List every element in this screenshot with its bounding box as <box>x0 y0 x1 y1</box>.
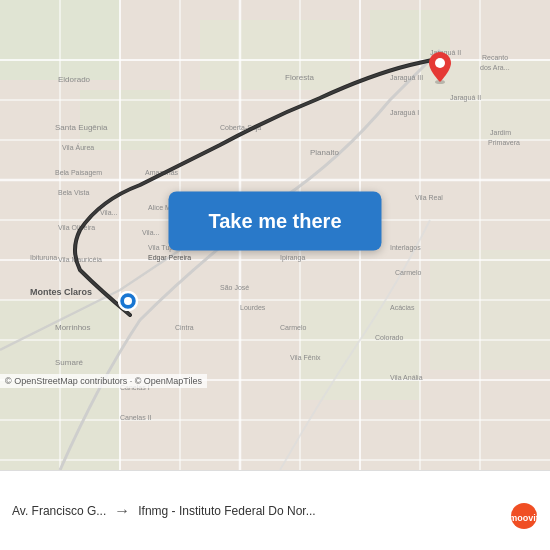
svg-text:Recanto: Recanto <box>482 54 508 61</box>
svg-text:Coberta-Suja: Coberta-Suja <box>220 124 261 132</box>
svg-text:Vila Áurea: Vila Áurea <box>62 143 94 151</box>
svg-text:Amazonas: Amazonas <box>145 169 179 176</box>
svg-text:Vila Real: Vila Real <box>415 194 443 201</box>
svg-text:Vila Mauricéia: Vila Mauricéia <box>58 256 102 263</box>
svg-rect-8 <box>430 250 550 370</box>
svg-text:Planalto: Planalto <box>310 148 339 157</box>
svg-rect-3 <box>200 20 350 90</box>
svg-text:Ipiranga: Ipiranga <box>280 254 305 262</box>
svg-text:Floresta: Floresta <box>285 73 314 82</box>
svg-text:Carmelo: Carmelo <box>280 324 307 331</box>
svg-text:Vila Fênix: Vila Fênix <box>290 354 321 361</box>
svg-text:Cintra: Cintra <box>175 324 194 331</box>
route-to-label: Ifnmg - Instituto Federal Do Nor... <box>138 504 315 518</box>
svg-text:Jaraguá III: Jaraguá III <box>390 74 423 82</box>
svg-text:dos Ara...: dos Ara... <box>480 64 510 71</box>
map-attribution: © OpenStreetMap contributors · © OpenMap… <box>0 374 207 388</box>
svg-text:Vila...: Vila... <box>142 229 159 236</box>
svg-text:Colorado: Colorado <box>375 334 404 341</box>
svg-text:Santa Eugênia: Santa Eugênia <box>55 123 108 132</box>
svg-text:Vila...: Vila... <box>100 209 117 216</box>
destination-marker <box>428 52 452 88</box>
svg-text:Montes Claros: Montes Claros <box>30 287 92 297</box>
svg-text:Jaraguá I: Jaraguá I <box>390 109 419 117</box>
svg-point-72 <box>435 58 445 68</box>
svg-text:Bela Vista: Bela Vista <box>58 189 89 196</box>
svg-text:Eldorado: Eldorado <box>58 75 91 84</box>
origin-marker <box>118 291 138 315</box>
svg-text:Lourdes: Lourdes <box>240 304 266 311</box>
route-info: Av. Francisco G... → Ifnmg - Instituto F… <box>12 502 538 520</box>
svg-text:Interlagos: Interlagos <box>390 244 421 252</box>
svg-text:Carmelo: Carmelo <box>395 269 422 276</box>
route-arrow-icon: → <box>114 502 130 520</box>
bottom-bar: Av. Francisco G... → Ifnmg - Instituto F… <box>0 470 550 550</box>
svg-text:Vila Anália: Vila Anália <box>390 374 423 381</box>
svg-rect-2 <box>80 90 170 150</box>
svg-text:Bela Paisagem: Bela Paisagem <box>55 169 102 177</box>
svg-text:Vila Oliveira: Vila Oliveira <box>58 224 95 231</box>
svg-text:Sumaré: Sumaré <box>55 358 84 367</box>
svg-text:Jardim: Jardim <box>490 129 511 136</box>
svg-text:moovit: moovit <box>510 513 538 523</box>
moovit-logo: moovit <box>510 502 538 530</box>
svg-text:Ibituruna: Ibituruna <box>30 254 57 261</box>
svg-text:Edgar Pereira: Edgar Pereira <box>148 254 191 262</box>
svg-text:São José: São José <box>220 284 249 291</box>
moovit-icon: moovit <box>510 502 538 530</box>
svg-text:Jaraguá II: Jaraguá II <box>450 94 481 102</box>
svg-point-74 <box>124 297 132 305</box>
map-container: Eldorado Santa Eugênia Vila Áurea Bela P… <box>0 0 550 470</box>
svg-text:Morrinhos: Morrinhos <box>55 323 91 332</box>
svg-text:Acácias: Acácias <box>390 304 415 311</box>
svg-text:Canelas II: Canelas II <box>120 414 152 421</box>
route-from-label: Av. Francisco G... <box>12 504 106 518</box>
svg-text:Primavera: Primavera <box>488 139 520 146</box>
take-me-there-button[interactable]: Take me there <box>168 191 381 250</box>
